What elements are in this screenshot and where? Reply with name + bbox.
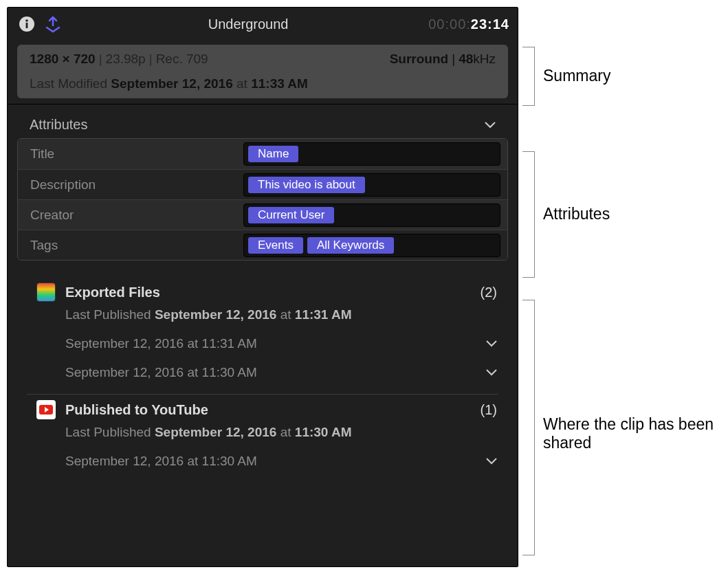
timecode-dim: 00:00: bbox=[428, 16, 471, 32]
share-history-section: Exported Files (2) Last Published Septem… bbox=[8, 267, 518, 483]
timecode-bright: 23:14 bbox=[471, 16, 509, 32]
attr-label-title: Title bbox=[30, 146, 243, 162]
divider bbox=[27, 394, 498, 395]
share-youtube-title: Published to YouTube bbox=[65, 402, 481, 418]
chevron-down-icon bbox=[486, 340, 497, 347]
callout-bracket-summary bbox=[522, 47, 535, 106]
share-exported-item-0[interactable]: September 12, 2016 at 11:31 AM bbox=[17, 329, 508, 358]
svg-rect-1 bbox=[26, 23, 28, 28]
share-exported-title: Exported Files bbox=[65, 285, 481, 300]
clip-title: Underground bbox=[68, 16, 428, 32]
callout-bracket-attributes bbox=[522, 151, 535, 278]
attr-field-tags[interactable]: Events All Keywords bbox=[243, 234, 500, 257]
share-exported-item-1[interactable]: September 12, 2016 at 11:30 AM bbox=[17, 358, 508, 387]
panel-header: Underground 00:00:23:14 bbox=[8, 8, 518, 41]
share-youtube-last: Last Published September 12, 2016 at 11:… bbox=[17, 422, 508, 447]
callout-label-shared: Where the clip has been shared bbox=[543, 415, 715, 452]
attributes-header-label: Attributes bbox=[30, 117, 87, 133]
attr-label-creator: Creator bbox=[30, 208, 243, 223]
share-tab-icon[interactable] bbox=[42, 13, 64, 35]
summary-audio-info: Surround|48kHz bbox=[390, 52, 496, 67]
share-exported-count: (2) bbox=[481, 285, 497, 300]
share-exported-files: Exported Files (2) Last Published Septem… bbox=[17, 280, 508, 387]
token-keywords[interactable]: All Keywords bbox=[307, 237, 394, 254]
attr-row-tags: Tags Events All Keywords bbox=[18, 230, 507, 260]
summary-box: 1280 × 720|23.98p|Rec. 709 Surround|48kH… bbox=[17, 45, 508, 98]
chevron-down-icon bbox=[485, 122, 496, 129]
chevron-down-icon bbox=[486, 369, 497, 376]
callout-bracket-shared bbox=[522, 300, 535, 555]
summary-modified: Last Modified September 12, 2016 at 11:3… bbox=[30, 76, 496, 91]
attributes-section: Attributes Title Name Description This v… bbox=[17, 109, 508, 261]
share-youtube-count: (1) bbox=[481, 402, 497, 418]
youtube-icon bbox=[36, 400, 56, 419]
divider bbox=[8, 104, 518, 104]
attr-row-creator: Creator Current User bbox=[18, 199, 507, 230]
attr-row-title: Title Name bbox=[18, 139, 507, 169]
share-youtube: Published to YouTube (1) Last Published … bbox=[17, 397, 508, 476]
timecode: 00:00:23:14 bbox=[428, 16, 509, 32]
callout-label-summary: Summary bbox=[543, 67, 610, 85]
attr-label-tags: Tags bbox=[30, 238, 243, 253]
token-name[interactable]: Name bbox=[248, 146, 298, 162]
attr-field-creator[interactable]: Current User bbox=[243, 203, 500, 227]
attr-field-description[interactable]: This video is about bbox=[243, 173, 500, 197]
share-youtube-head: Published to YouTube (1) bbox=[17, 397, 508, 422]
share-inspector-panel: Underground 00:00:23:14 1280 × 720|23.98… bbox=[7, 7, 518, 567]
chevron-down-icon bbox=[486, 458, 497, 465]
share-youtube-item-0[interactable]: September 12, 2016 at 11:30 AM bbox=[17, 447, 508, 476]
attributes-rows: Title Name Description This video is abo… bbox=[17, 138, 508, 261]
attr-field-title[interactable]: Name bbox=[243, 142, 500, 166]
exported-files-icon bbox=[36, 283, 56, 302]
token-description[interactable]: This video is about bbox=[248, 177, 365, 193]
callout-label-attributes: Attributes bbox=[543, 205, 610, 223]
attributes-header[interactable]: Attributes bbox=[17, 109, 508, 138]
token-events[interactable]: Events bbox=[248, 237, 303, 254]
attr-row-description: Description This video is about bbox=[18, 169, 507, 199]
info-tab-icon[interactable] bbox=[16, 13, 38, 35]
summary-top: 1280 × 720|23.98p|Rec. 709 Surround|48kH… bbox=[30, 52, 496, 67]
share-exported-last: Last Published September 12, 2016 at 11:… bbox=[17, 305, 508, 329]
summary-video-info: 1280 × 720|23.98p|Rec. 709 bbox=[30, 52, 390, 67]
attr-label-description: Description bbox=[30, 177, 243, 192]
share-exported-head: Exported Files (2) bbox=[17, 280, 508, 305]
token-creator[interactable]: Current User bbox=[248, 207, 334, 223]
svg-point-2 bbox=[25, 19, 28, 22]
